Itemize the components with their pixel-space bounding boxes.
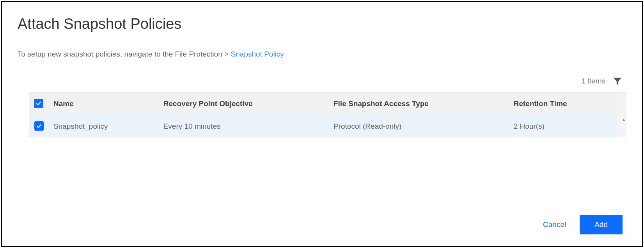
header-access-type[interactable]: File Snapshot Access Type [329,92,509,115]
header-checkbox-cell [29,92,49,115]
select-all-checkbox[interactable] [34,99,43,108]
cancel-button[interactable]: Cancel [543,220,566,229]
row-access-type: Protocol (Read-only) [329,115,509,138]
attach-snapshot-policies-dialog: Attach Snapshot Policies To setup new sn… [1,1,643,247]
row-checkbox-cell [29,115,49,138]
row-rpo: Every 10 minutes [159,115,329,138]
table-header-row: Name Recovery Point Objective File Snaps… [29,92,626,115]
table-toolbar: 1 Items [29,76,626,92]
header-scroll-stub [617,92,626,115]
header-name[interactable]: Name [49,92,159,115]
dialog-footer: Cancel Add [18,207,626,234]
instruction-prefix: To setup new snapshot policies, navigate… [18,50,231,58]
instruction-text: To setup new snapshot policies, navigate… [18,50,626,59]
header-rpo[interactable]: Recovery Point Objective [159,92,329,115]
add-button[interactable]: Add [580,215,623,234]
snapshot-policy-link[interactable]: Snapshot Policy [231,50,284,58]
row-name: Snapshot_policy [49,115,159,138]
dialog-title: Attach Snapshot Policies [18,16,626,32]
row-scroll-stub: ▴ [617,115,626,138]
policies-table: Name Recovery Point Objective File Snaps… [29,92,626,137]
filter-icon[interactable] [612,76,623,86]
table-row[interactable]: Snapshot_policy Every 10 minutes Protoco… [29,115,626,138]
header-retention[interactable]: Retention Time [509,92,617,115]
row-retention: 2 Hour(s) [509,115,617,138]
table-area: 1 Items Name Recovery Point Objective Fi… [18,76,626,207]
scroll-up-arrow-icon[interactable]: ▴ [623,117,625,122]
row-checkbox[interactable] [34,121,44,131]
items-count: 1 Items [581,77,605,85]
